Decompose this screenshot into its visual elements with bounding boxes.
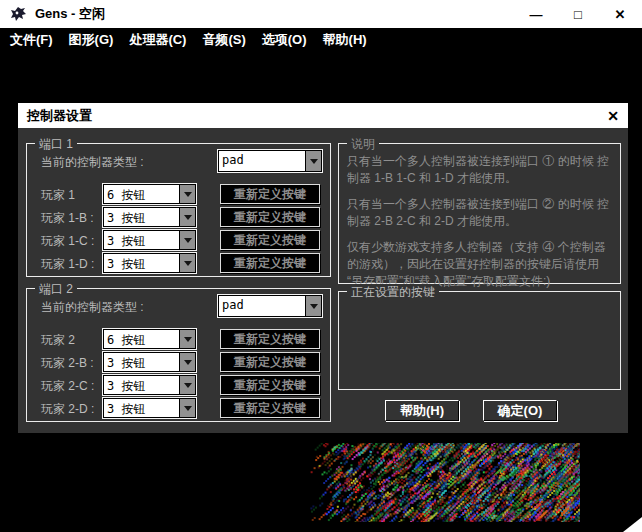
port2-type-label: 当前的控制器类型 : bbox=[41, 299, 144, 316]
player2c-buttons-select[interactable]: 3 按钮 bbox=[103, 375, 196, 395]
menu-help[interactable]: 帮助(H) bbox=[315, 28, 375, 51]
player1c-buttons-value: 3 按钮 bbox=[104, 231, 179, 249]
minimize-button[interactable]: — bbox=[515, 0, 557, 28]
player1-buttons-select[interactable]: 6 按钮 bbox=[103, 184, 196, 204]
port2-type-value: pad bbox=[219, 296, 305, 316]
player1b-label: 玩家 1-B : bbox=[41, 210, 94, 227]
player2b-buttons-value: 3 按钮 bbox=[104, 353, 179, 371]
menu-graphics[interactable]: 图形(G) bbox=[61, 28, 122, 51]
port1-legend: 端口 1 bbox=[35, 136, 77, 153]
port1-type-select[interactable]: pad bbox=[218, 150, 322, 172]
help-button[interactable]: 帮助(H) bbox=[385, 400, 459, 421]
note-paragraph-2: 只有当一个多人控制器被连接到端口 ② 的时候 控制器 2-B 2-C 和 2-D… bbox=[347, 196, 614, 230]
port1-type-label: 当前的控制器类型 : bbox=[41, 154, 144, 171]
dialog-body: 端口 1 当前的控制器类型 : pad 玩家 1 6 按钮 重新定义按键 玩家 … bbox=[18, 128, 628, 433]
player2c-buttons-value: 3 按钮 bbox=[104, 376, 179, 394]
player1c-redefine-button[interactable]: 重新定义按键 bbox=[220, 230, 320, 250]
note-paragraph-3: 仅有少数游戏支持多人控制器（支持 ④ 个控制器的游戏），因此在设置好控制器的按键… bbox=[347, 239, 614, 290]
dialog-close-icon[interactable]: ✕ bbox=[607, 109, 619, 123]
player2-buttons-value: 6 按钮 bbox=[104, 330, 179, 348]
player2c-label: 玩家 2-C : bbox=[41, 378, 94, 395]
chevron-down-icon[interactable] bbox=[179, 376, 195, 394]
player2-redefine-button[interactable]: 重新定义按键 bbox=[220, 329, 320, 349]
port2-group: 端口 2 当前的控制器类型 : pad 玩家 2 6 按钮 重新定义按键 玩家 … bbox=[26, 288, 331, 422]
player1c-buttons-select[interactable]: 3 按钮 bbox=[103, 230, 196, 250]
player2b-redefine-button[interactable]: 重新定义按键 bbox=[220, 352, 320, 372]
player1d-buttons-select[interactable]: 3 按钮 bbox=[103, 253, 196, 273]
menu-bar: 文件(F) 图形(G) 处理器(C) 音频(S) 选项(O) 帮助(H) bbox=[0, 28, 642, 51]
player2d-buttons-value: 3 按钮 bbox=[104, 399, 179, 417]
player1-label: 玩家 1 bbox=[41, 187, 75, 204]
player2b-buttons-select[interactable]: 3 按钮 bbox=[103, 352, 196, 372]
window-titlebar: Gens - 空闲 — □ ✕ bbox=[0, 0, 642, 28]
menu-file[interactable]: 文件(F) bbox=[2, 28, 61, 51]
player2c-redefine-button[interactable]: 重新定义按键 bbox=[220, 375, 320, 395]
port2-legend: 端口 2 bbox=[35, 281, 77, 298]
keys-legend: 正在设置的按键 bbox=[347, 284, 439, 301]
player2-buttons-select[interactable]: 6 按钮 bbox=[103, 329, 196, 349]
close-button[interactable]: ✕ bbox=[599, 0, 641, 28]
port2-type-select[interactable]: pad bbox=[218, 295, 322, 317]
player1d-label: 玩家 1-D : bbox=[41, 256, 94, 273]
note-paragraph-1: 只有当一个多人控制器被连接到端口 ① 的时候 控制器 1-B 1-C 和 1-D… bbox=[347, 153, 614, 187]
player2d-redefine-button[interactable]: 重新定义按键 bbox=[220, 398, 320, 418]
chevron-down-icon[interactable] bbox=[179, 208, 195, 226]
player1c-label: 玩家 1-C : bbox=[41, 233, 94, 250]
notes-legend: 说明 bbox=[347, 136, 379, 153]
chevron-down-icon[interactable] bbox=[179, 399, 195, 417]
chevron-down-icon[interactable] bbox=[305, 296, 321, 316]
player1-redefine-button[interactable]: 重新定义按键 bbox=[220, 184, 320, 204]
chevron-down-icon[interactable] bbox=[179, 254, 195, 272]
keys-being-set-group: 正在设置的按键 bbox=[338, 291, 621, 390]
player2b-label: 玩家 2-B : bbox=[41, 355, 94, 372]
player1b-buttons-select[interactable]: 3 按钮 bbox=[103, 207, 196, 227]
port1-group: 端口 1 当前的控制器类型 : pad 玩家 1 6 按钮 重新定义按键 玩家 … bbox=[26, 143, 331, 277]
maximize-button[interactable]: □ bbox=[557, 0, 599, 28]
player1b-redefine-button[interactable]: 重新定义按键 bbox=[220, 207, 320, 227]
menu-options[interactable]: 选项(O) bbox=[254, 28, 315, 51]
window-title: Gens - 空闲 bbox=[35, 5, 105, 23]
chevron-down-icon[interactable] bbox=[179, 185, 195, 203]
menu-sound[interactable]: 音频(S) bbox=[194, 28, 253, 51]
chevron-down-icon[interactable] bbox=[179, 231, 195, 249]
emulator-noise-display bbox=[308, 443, 580, 522]
controller-settings-dialog: 控制器设置 ✕ 端口 1 当前的控制器类型 : pad 玩家 1 6 按钮 重新… bbox=[18, 103, 628, 433]
notes-group: 说明 只有当一个多人控制器被连接到端口 ① 的时候 控制器 1-B 1-C 和 … bbox=[338, 143, 621, 284]
port1-type-value: pad bbox=[219, 151, 305, 171]
player1d-redefine-button[interactable]: 重新定义按键 bbox=[220, 253, 320, 273]
chevron-down-icon[interactable] bbox=[179, 330, 195, 348]
player1b-buttons-value: 3 按钮 bbox=[104, 208, 179, 226]
player2d-label: 玩家 2-D : bbox=[41, 401, 94, 418]
dialog-title: 控制器设置 bbox=[27, 107, 92, 125]
corner-cursor-wedge bbox=[623, 517, 642, 532]
chevron-down-icon[interactable] bbox=[305, 151, 321, 171]
chevron-down-icon[interactable] bbox=[179, 353, 195, 371]
dialog-titlebar: 控制器设置 ✕ bbox=[18, 103, 628, 128]
player1-buttons-value: 6 按钮 bbox=[104, 185, 179, 203]
ok-button[interactable]: 确定(O) bbox=[483, 400, 557, 421]
player2-label: 玩家 2 bbox=[41, 332, 75, 349]
menu-cpu[interactable]: 处理器(C) bbox=[121, 28, 194, 51]
player1d-buttons-value: 3 按钮 bbox=[104, 254, 179, 272]
gens-app-icon bbox=[10, 6, 27, 23]
player2d-buttons-select[interactable]: 3 按钮 bbox=[103, 398, 196, 418]
